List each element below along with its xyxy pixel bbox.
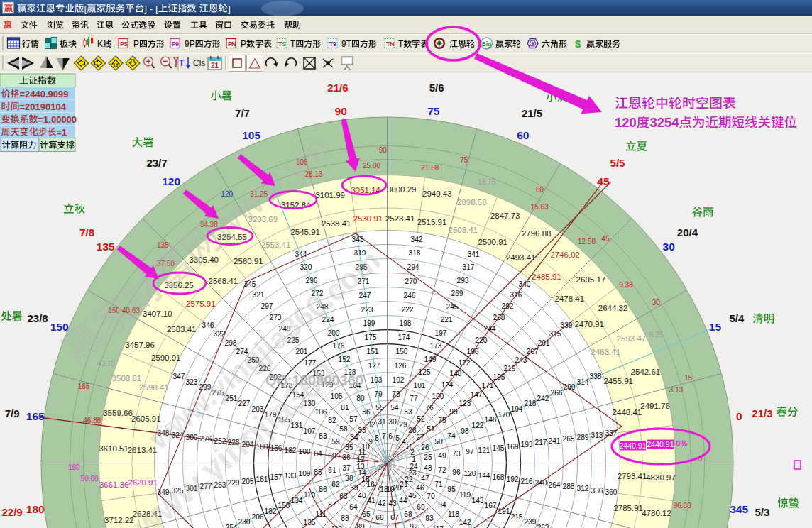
svg-text:219: 219 (504, 365, 516, 373)
svg-text:P: P (241, 39, 246, 49)
svg-text:247: 247 (359, 292, 371, 299)
svg-text:4: 4 (402, 438, 406, 446)
svg-text:12.50: 12.50 (578, 238, 596, 246)
svg-text:312: 312 (577, 485, 589, 493)
svg-text:118: 118 (448, 510, 460, 518)
svg-text:117: 117 (432, 525, 444, 528)
svg-text:264: 264 (549, 481, 561, 489)
svg-text:$: $ (575, 38, 581, 50)
svg-text:171: 171 (482, 382, 494, 390)
svg-text:197: 197 (435, 329, 447, 337)
svg-text:P: P (133, 39, 139, 49)
svg-text:2448.41: 2448.41 (613, 408, 642, 417)
svg-text:6.25: 6.25 (649, 331, 664, 339)
svg-text:156: 156 (270, 444, 282, 452)
svg-text:343: 343 (352, 236, 364, 243)
svg-text:22/9: 22/9 (1, 506, 22, 518)
svg-text:174: 174 (398, 334, 410, 341)
svg-text:2530.91: 2530.91 (353, 214, 383, 223)
svg-text:25.00: 25.00 (363, 162, 380, 170)
svg-text:Big: Big (482, 40, 492, 48)
svg-text:7/8: 7/8 (79, 226, 94, 238)
svg-text:9: 9 (175, 40, 179, 48)
svg-text:2463.41: 2463.41 (591, 348, 621, 356)
svg-text:34: 34 (350, 434, 358, 441)
svg-text:2545.91: 2545.91 (290, 228, 320, 236)
svg-text:192: 192 (507, 475, 519, 483)
svg-text:322: 322 (214, 330, 226, 338)
svg-text:112: 112 (331, 525, 343, 528)
svg-text:23/7: 23/7 (146, 157, 167, 169)
svg-text:106: 106 (315, 408, 327, 416)
svg-text:289: 289 (577, 434, 589, 441)
svg-text:270: 270 (405, 277, 417, 285)
svg-text:49: 49 (438, 452, 446, 460)
svg-text:69: 69 (417, 503, 425, 511)
svg-text:221: 221 (441, 316, 453, 324)
svg-text:2598.41: 2598.41 (139, 383, 169, 392)
svg-text:82: 82 (328, 417, 336, 424)
svg-text:150: 150 (50, 321, 69, 333)
svg-text:96.88: 96.88 (674, 502, 691, 510)
svg-text:=1.00000: =1.00000 (38, 114, 77, 125)
svg-text:3: 3 (407, 443, 411, 451)
svg-text:90: 90 (335, 105, 347, 117)
svg-text:] - [: ] - [ (144, 4, 158, 14)
svg-text:200: 200 (328, 329, 340, 337)
svg-text:97: 97 (466, 448, 474, 456)
svg-text:81: 81 (341, 404, 349, 412)
svg-text:245: 245 (446, 303, 459, 311)
svg-text:222: 222 (402, 306, 414, 314)
svg-text:73: 73 (452, 450, 461, 458)
svg-text:6: 6 (388, 432, 393, 440)
svg-text:70: 70 (427, 493, 435, 500)
svg-text:341: 341 (468, 251, 480, 258)
svg-text:25: 25 (424, 453, 432, 461)
svg-text:290: 290 (564, 383, 576, 391)
svg-text:9.38: 9.38 (619, 281, 633, 289)
svg-text:124: 124 (441, 381, 454, 389)
svg-text:317: 317 (463, 263, 475, 271)
svg-text:38: 38 (345, 475, 353, 483)
svg-text:217: 217 (535, 439, 547, 446)
svg-text:199: 199 (363, 319, 375, 327)
svg-text:75: 75 (438, 417, 446, 424)
svg-text:2508.41: 2508.41 (449, 226, 478, 234)
svg-text:T: T (398, 39, 404, 49)
svg-text:2470.91: 2470.91 (574, 320, 604, 329)
svg-text:99: 99 (449, 408, 458, 416)
svg-text:242: 242 (537, 395, 549, 402)
svg-text:46.88: 46.88 (83, 417, 101, 424)
svg-text:346: 346 (202, 321, 214, 329)
svg-text:337: 337 (605, 429, 618, 437)
svg-text:90: 90 (379, 146, 388, 154)
svg-text:120: 120 (464, 470, 476, 478)
svg-text:165: 165 (78, 383, 90, 390)
svg-text:44: 44 (399, 497, 407, 505)
svg-text:35: 35 (345, 444, 353, 451)
svg-text:143: 143 (472, 497, 484, 505)
svg-text:269: 269 (451, 290, 463, 297)
svg-text:345: 345 (244, 280, 256, 288)
svg-text:193: 193 (521, 441, 533, 449)
svg-text:196: 196 (467, 348, 479, 356)
svg-text:241: 241 (549, 437, 561, 445)
svg-text:3254: 3254 (649, 115, 679, 130)
svg-text:]: ] (228, 4, 231, 14)
svg-text:5/6: 5/6 (429, 82, 444, 94)
svg-text:127: 127 (368, 362, 380, 370)
svg-text:2553.41: 2553.41 (261, 241, 291, 249)
svg-text:150: 150 (396, 348, 408, 356)
svg-text:169: 169 (507, 443, 519, 451)
svg-text:51: 51 (427, 425, 435, 433)
svg-text:S: S (124, 40, 128, 48)
svg-text:223: 223 (361, 306, 373, 314)
svg-text:313: 313 (591, 431, 603, 439)
svg-text:180: 180 (26, 503, 45, 515)
svg-text:5/4: 5/4 (729, 312, 745, 324)
svg-text:30: 30 (663, 241, 675, 253)
svg-text:230: 230 (238, 518, 251, 526)
svg-text:170: 170 (498, 411, 510, 419)
svg-text:39: 39 (350, 484, 358, 492)
svg-text:314: 314 (577, 378, 589, 386)
